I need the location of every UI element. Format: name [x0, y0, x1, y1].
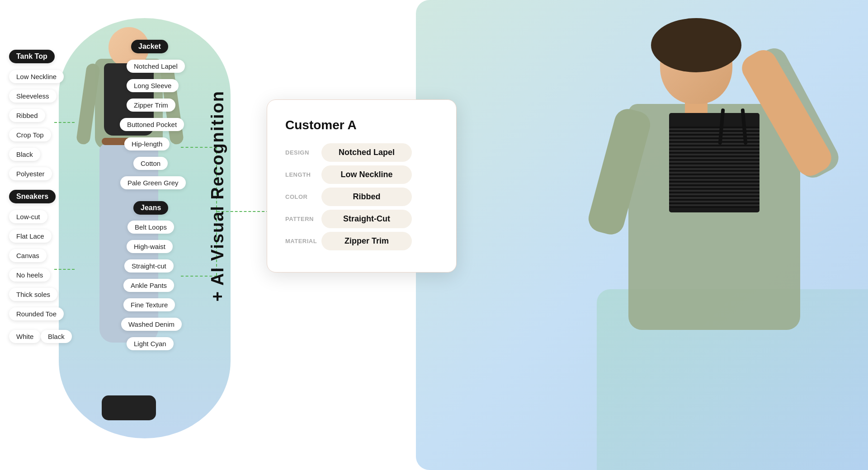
customer-name: Customer A: [285, 118, 438, 132]
attr-row-color: COLOR Ribbed: [285, 188, 438, 206]
left-connector-sneakers: [54, 269, 75, 270]
tag-sleeveless: Sleeveless: [9, 89, 57, 103]
tag-notched-lapel: Notched Lapel: [127, 60, 185, 73]
tag-fine-texture: Fine Texture: [123, 298, 175, 311]
tag-white: White: [9, 330, 41, 343]
attr-value-color: Ribbed: [321, 188, 412, 206]
tag-header-jacket: Jacket: [131, 40, 168, 53]
tag-header-jeans: Jeans: [133, 201, 168, 215]
attr-label-material: MATERIAL: [285, 238, 321, 244]
customer-card: Customer A DESIGN Notched Lapel LENGTH L…: [267, 99, 457, 273]
tag-belt-loops: Belt Loops: [127, 221, 174, 234]
tag-low-neckline: Low Neckline: [9, 70, 64, 83]
tag-no-heels: No heels: [9, 268, 50, 282]
attr-label-color: COLOR: [285, 193, 321, 200]
attr-row-pattern: PATTERN Straight-Cut: [285, 210, 438, 228]
tag-cotton: Cotton: [133, 157, 168, 170]
tag-hip-length: Hip-length: [124, 137, 170, 150]
tag-pale-green-grey: Pale Green Grey: [120, 176, 186, 189]
tag-light-cyan: Light Cyan: [127, 337, 174, 350]
attr-label-length: LENGTH: [285, 171, 321, 178]
model-shoes: [102, 395, 156, 420]
attr-value-material: Zipper Trim: [321, 232, 412, 250]
tag-header-sneakers: Sneakers: [9, 190, 56, 203]
tag-ribbed: Ribbed: [9, 109, 45, 122]
tag-flat-lace: Flat Lace: [9, 230, 52, 243]
tag-polyester: Polyester: [9, 167, 52, 180]
tag-high-waist: High-waist: [127, 240, 173, 253]
tag-low-cut: Low-cut: [9, 210, 47, 223]
tag-ankle-pants: Ankle Pants: [123, 279, 174, 292]
tag-black: Black: [9, 148, 40, 161]
attr-label-design: DESIGN: [285, 149, 321, 156]
tag-crop-top: Crop Top: [9, 128, 51, 141]
tag-rounded-toe: Rounded Toe: [9, 307, 64, 320]
right-model-container: [452, 9, 859, 461]
attr-value-pattern: Straight-Cut: [321, 210, 412, 228]
left-connector-ribbed: [54, 122, 75, 123]
tag-black-2: Black: [41, 330, 72, 343]
tag-canvas: Canvas: [9, 249, 47, 262]
tag-washed-denim: Washed Denim: [121, 318, 182, 331]
attr-value-design: Notched Lapel: [321, 143, 412, 162]
ai-recognition-text: + AI Visual Recognition: [208, 90, 227, 301]
attr-label-pattern: PATTERN: [285, 216, 321, 222]
tag-straight-cut: Straight-cut: [124, 259, 174, 273]
tag-header-tank-top: Tank Top: [9, 50, 55, 63]
tag-thick-soles: Thick soles: [9, 288, 57, 301]
tag-long-sleeve: Long Sleeve: [127, 79, 179, 92]
attributes-grid: DESIGN Notched Lapel LENGTH Low Neckline…: [285, 143, 438, 254]
tag-buttoned-pocket: Buttoned Pocket: [120, 118, 184, 131]
right-model-hair: [651, 18, 741, 72]
attr-row-design: DESIGN Notched Lapel: [285, 143, 438, 162]
attr-value-length: Low Neckline: [321, 165, 412, 184]
attr-row-length: LENGTH Low Neckline: [285, 165, 438, 184]
attr-row-material: MATERIAL Zipper Trim: [285, 232, 438, 250]
tag-zipper-trim: Zipper Trim: [127, 99, 175, 112]
